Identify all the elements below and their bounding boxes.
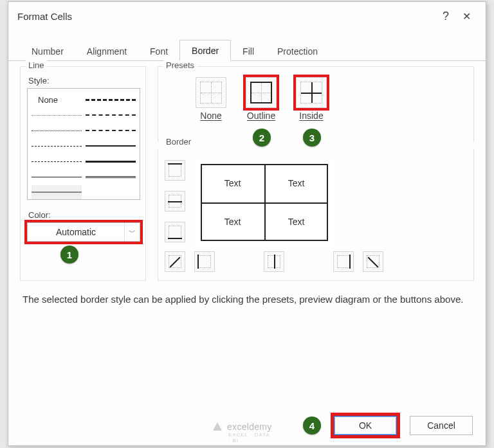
- titlebar: Format Cells ? ✕: [8, 2, 486, 30]
- border-vmiddle-button[interactable]: [264, 251, 284, 272]
- preset-none: None: [196, 77, 226, 121]
- border-edge-buttons-bottom: [194, 251, 383, 272]
- border-hmiddle-button[interactable]: [165, 191, 185, 211]
- preview-cell-4: Text: [264, 202, 328, 241]
- border-left-button[interactable]: [194, 251, 215, 272]
- border-section-label: Border: [163, 137, 194, 147]
- border-bottom-button[interactable]: [165, 222, 185, 242]
- annotation-badge-1: 1: [60, 246, 78, 264]
- close-icon[interactable]: ✕: [456, 10, 477, 22]
- watermark-sub: EXCEL · DATA · BI: [228, 432, 272, 444]
- help-icon[interactable]: ?: [435, 10, 456, 23]
- style-thick[interactable]: [86, 154, 136, 168]
- style-thin[interactable]: [32, 170, 82, 184]
- tab-alignment[interactable]: Alignment: [75, 41, 138, 61]
- tab-protection[interactable]: Protection: [266, 41, 329, 61]
- svg-marker-0: [213, 422, 222, 431]
- style-dash-dot-med[interactable]: [86, 108, 136, 122]
- style-none[interactable]: None: [32, 93, 82, 107]
- watermark: exceldemy EXCEL · DATA · BI: [212, 421, 272, 433]
- style-dash-dot-dot[interactable]: [86, 123, 136, 138]
- tab-strip: Number Alignment Font Border Fill Protec…: [8, 39, 486, 61]
- style-dotted[interactable]: [32, 123, 82, 138]
- ok-button[interactable]: OK: [334, 416, 397, 435]
- border-section: Border Text: [158, 148, 474, 281]
- presets-section: Presets None Outline: [158, 66, 474, 142]
- border-preview[interactable]: Text Text Text Text: [194, 160, 334, 245]
- line-style-list[interactable]: None: [27, 88, 140, 200]
- tab-font[interactable]: Font: [138, 41, 179, 61]
- preview-cell-2: Text: [264, 164, 328, 202]
- style-thick-dash[interactable]: [86, 93, 136, 107]
- tab-number[interactable]: Number: [20, 41, 75, 61]
- cancel-button[interactable]: Cancel: [410, 416, 473, 435]
- style-double[interactable]: [86, 170, 136, 184]
- annotation-badge-4: 4: [303, 417, 321, 435]
- color-dropdown[interactable]: Automatic ﹀: [27, 222, 140, 242]
- preset-outline-button[interactable]: [246, 77, 277, 108]
- watermark-icon: [212, 421, 223, 433]
- tab-border[interactable]: Border: [179, 40, 231, 61]
- dialog-content: Line Style: None Color:: [8, 61, 486, 307]
- style-selected[interactable]: [32, 185, 82, 199]
- preset-inside: Inside 3: [296, 77, 327, 121]
- border-diag-up-button[interactable]: [165, 251, 185, 272]
- annotation-badge-2: 2: [253, 129, 271, 147]
- preset-inside-button[interactable]: [296, 77, 327, 108]
- annotation-badge-3: 3: [303, 129, 321, 147]
- line-section-label: Line: [26, 60, 47, 70]
- color-label: Color:: [28, 210, 139, 220]
- style-dash[interactable]: [32, 139, 82, 153]
- format-cells-dialog: Format Cells ? ✕ Number Alignment Font B…: [8, 1, 486, 446]
- tab-fill[interactable]: Fill: [231, 41, 266, 61]
- style-hair[interactable]: [32, 108, 82, 122]
- preview-cell-3: Text: [201, 202, 264, 241]
- preset-outline: Outline 2: [246, 77, 277, 121]
- line-section: Line Style: None Color:: [20, 66, 146, 281]
- border-right-button[interactable]: [333, 251, 354, 272]
- preset-inside-label: Inside: [299, 111, 323, 121]
- color-value: Automatic: [28, 227, 124, 237]
- preset-outline-label: Outline: [247, 111, 275, 121]
- preset-none-label: None: [200, 111, 221, 121]
- border-top-button[interactable]: [165, 160, 185, 181]
- chevron-down-icon[interactable]: ﹀: [124, 223, 140, 241]
- style-label: Style:: [28, 76, 139, 85]
- preview-cell-1: Text: [201, 164, 264, 202]
- preset-none-button[interactable]: [196, 77, 226, 108]
- style-medium[interactable]: [86, 139, 136, 153]
- style-dash-dot[interactable]: [32, 154, 82, 168]
- description-text: The selected border style can be applied…: [20, 292, 474, 307]
- dialog-title: Format Cells: [17, 11, 435, 22]
- watermark-text: exceldemy: [227, 422, 272, 432]
- presets-section-label: Presets: [163, 60, 197, 70]
- dialog-buttons: 4 OK Cancel: [303, 416, 473, 435]
- border-diag-down-button[interactable]: [363, 251, 383, 272]
